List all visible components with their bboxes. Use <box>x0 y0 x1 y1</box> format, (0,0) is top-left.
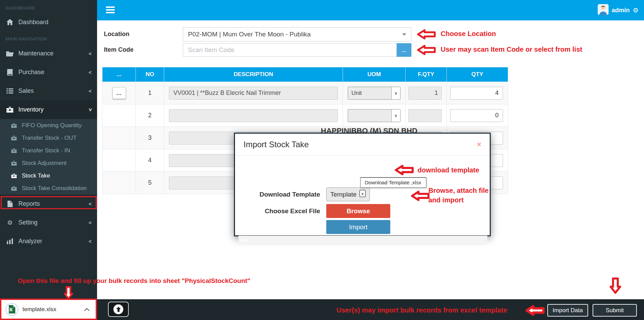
sidebar-item-label: Setting <box>18 219 37 226</box>
qty-input[interactable] <box>450 109 503 122</box>
sidebar-item-maintenance[interactable]: Maintenance < <box>0 44 97 63</box>
chevron-left-icon: < <box>89 220 92 225</box>
close-icon[interactable]: × <box>477 141 481 148</box>
row-no: 2 <box>136 104 164 127</box>
col-qty: QTY <box>447 67 508 82</box>
home-icon <box>5 19 14 25</box>
chevron-left-icon: < <box>89 88 92 94</box>
down-arrow-icon <box>610 277 621 294</box>
down-arrow-icon <box>62 286 75 299</box>
annotation-open-file: Open this file and fill up your bulk rec… <box>18 277 250 285</box>
item-code-input[interactable] <box>183 43 397 57</box>
location-label: Location <box>104 31 129 38</box>
sidebar-item-label: Dashboard <box>18 19 48 26</box>
hamburger-menu-icon[interactable] <box>106 6 115 15</box>
item-lookup-button[interactable]: ... <box>397 43 411 57</box>
briefcase-icon <box>10 136 18 140</box>
item-code-label: Item Code <box>104 46 133 53</box>
briefcase-icon <box>5 107 14 113</box>
annotation-stock-take-highlight <box>1 196 97 209</box>
chevron-left-icon: < <box>89 69 92 75</box>
description-input[interactable] <box>169 109 338 122</box>
list-icon <box>5 88 14 94</box>
chevron-down-icon: < <box>87 108 93 111</box>
download-template-label: Download Template <box>235 191 320 198</box>
modal-title: Import Stock Take <box>244 140 309 149</box>
annotation-browse-line1: Browse, attach file <box>428 187 489 195</box>
annotation-choose-location: Choose Location <box>441 30 496 38</box>
description-input[interactable] <box>169 87 338 100</box>
uom-select[interactable]: ∨ <box>348 109 400 122</box>
sidebar-item-stock-take[interactable]: Stock Take <box>0 169 97 182</box>
template-download-button[interactable]: Template x <box>326 187 370 201</box>
row-actions-button[interactable]: ... <box>112 87 126 99</box>
location-selected-value: P02-MOM | Mum Over The Moon - Publika <box>188 31 311 38</box>
up-arrow-icon <box>113 304 123 314</box>
gears-icon: ⚙ <box>5 219 14 226</box>
progress-bar: 0% <box>238 236 487 245</box>
sidebar-item-label: Inventory <box>18 106 44 113</box>
briefcase-icon <box>10 173 18 178</box>
sidebar-item-label: Purchase <box>18 69 44 76</box>
sidebar-item-sales[interactable]: Sales < <box>0 82 97 100</box>
chevron-up-icon[interactable] <box>84 306 90 313</box>
row-no: 1 <box>136 82 164 104</box>
app-window: DASHBOARD Dashboard MAIN NAVIGATION Main… <box>0 0 644 320</box>
import-button[interactable]: Import <box>326 220 390 234</box>
sidebar-item-label: FIFO Opening Quantity <box>22 122 82 129</box>
sidebar-item-label: Transfer Stock - IN <box>22 147 70 154</box>
scroll-top-button[interactable] <box>108 302 129 317</box>
qty-input[interactable] <box>450 87 503 100</box>
downloaded-filename: template.xlsx <box>22 306 56 313</box>
sidebar-item-transfer-stock-out[interactable]: Transfer Stock - OUT <box>0 132 97 144</box>
sidebar-item-label: Maintenance <box>18 50 53 57</box>
col-description: DESCRIPTION <box>164 67 343 82</box>
uom-select[interactable]: Unit∨ <box>348 87 400 100</box>
download-bar[interactable]: X template.xlsx <box>0 299 97 320</box>
select-caret-icon <box>402 33 406 36</box>
left-arrow-icon <box>417 45 436 55</box>
sidebar-item-label: Sales <box>18 87 34 95</box>
sidebar-item-stock-adjustment[interactable]: Stock Adjustment <box>0 157 97 169</box>
table-row: 2 ∨ <box>103 104 508 127</box>
select-arrow-icon: ∨ <box>391 110 400 122</box>
col-fqty: F.QTY <box>406 67 447 82</box>
svg-text:x: x <box>361 191 364 196</box>
table-header-row: ... NO DESCRIPTION UOM F.QTY QTY <box>103 67 508 82</box>
chart-icon <box>5 238 14 244</box>
excel-download-icon: X <box>5 303 18 316</box>
sidebar-item-label: Stock Take <box>22 172 50 179</box>
chevron-left-icon: < <box>89 51 92 56</box>
annotation-scan-item: User may scan Item Code or select from l… <box>441 46 582 53</box>
inventory-submenu: FIFO Opening Quantity Transfer Stock - O… <box>0 119 97 195</box>
user-menu[interactable]: admin ⚙ <box>598 0 639 20</box>
sidebar-section-dashboard: DASHBOARD <box>0 0 97 13</box>
left-arrow-icon <box>417 29 436 39</box>
fqty-input[interactable] <box>408 87 442 100</box>
sidebar-item-stock-take-consolidation[interactable]: Stock Take Consolidation <box>0 182 97 195</box>
col-no: NO <box>136 67 164 82</box>
sidebar-item-analyzer[interactable]: Analyzer < <box>0 232 97 251</box>
sidebar-item-dashboard[interactable]: Dashboard <box>0 13 97 31</box>
sidebar-item-purchase[interactable]: Purchase < <box>0 63 97 82</box>
browse-button[interactable]: Browse <box>326 204 390 218</box>
location-select[interactable]: P02-MOM | Mum Over The Moon - Publika <box>183 27 411 41</box>
submit-button[interactable]: Submit <box>593 304 637 317</box>
choose-excel-file-label: Choose Excel File <box>235 207 320 215</box>
progress-percent: 0% <box>238 238 247 243</box>
left-arrow-icon <box>411 191 429 201</box>
fqty-input[interactable] <box>408 109 442 122</box>
left-arrow-icon <box>525 305 545 316</box>
sidebar-item-transfer-stock-in[interactable]: Transfer Stock - IN <box>0 144 97 157</box>
row-no: 5 <box>136 172 164 194</box>
sidebar-item-fifo-opening-quantity[interactable]: FIFO Opening Quantity <box>0 119 97 132</box>
annotation-browse-line2: and import <box>428 196 464 204</box>
top-navbar: admin ⚙ <box>97 0 644 20</box>
sidebar-item-inventory[interactable]: Inventory < <box>0 100 97 119</box>
briefcase-icon <box>10 123 18 128</box>
sidebar-item-label: Analyzer <box>18 238 42 245</box>
annotation-download-template: download template <box>418 166 479 174</box>
import-data-button[interactable]: Import Data <box>547 304 588 317</box>
sidebar-item-setting[interactable]: ⚙ Setting < <box>0 213 97 232</box>
avatar <box>598 4 609 16</box>
